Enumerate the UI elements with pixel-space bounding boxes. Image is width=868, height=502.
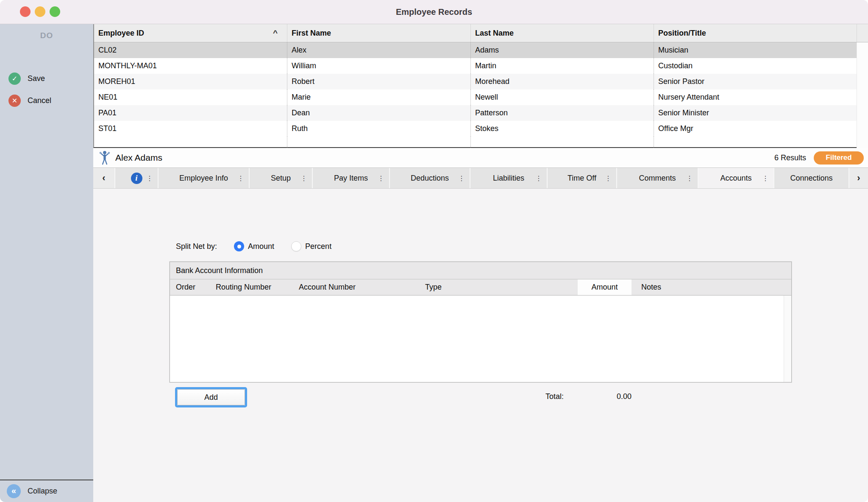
column-header-amount-highlighted[interactable]: Amount (578, 279, 632, 295)
header-scroll-corner (857, 24, 868, 42)
tab-menu-dots-icon[interactable]: ⋮ (605, 174, 612, 182)
sort-ascending-icon: ^ (273, 29, 278, 37)
cancel-x-icon: ✕ (8, 95, 21, 107)
save-button[interactable]: ✓ Save (0, 70, 93, 87)
titlebar: Employee Records (0, 0, 868, 24)
vertical-scrollbar-track[interactable] (857, 42, 868, 58)
tab-employee-info[interactable]: Employee Info ⋮ (159, 168, 249, 188)
tab-setup[interactable]: Setup ⋮ (250, 168, 312, 188)
filtered-badge[interactable]: Filtered (814, 151, 864, 165)
accounts-panel: Split Net by: Amount Percent Bank Accoun… (93, 189, 868, 502)
person-icon (98, 151, 111, 165)
column-header-type[interactable]: Type (425, 279, 578, 295)
info-icon: i (131, 173, 142, 184)
radio-option-percent[interactable]: Percent (291, 241, 331, 251)
column-header-last-name[interactable]: Last Name (471, 24, 654, 42)
column-header-order[interactable]: Order (170, 279, 216, 295)
tab-menu-dots-icon[interactable]: ⋮ (686, 174, 693, 182)
employee-table-header: Employee ID ^ First Name Last Name Posit… (94, 24, 868, 42)
table-row[interactable]: MONTHLY-MA01 William Martin Custodian (94, 58, 868, 74)
tabs-scroll-right-button[interactable]: › (849, 168, 868, 188)
save-check-icon: ✓ (8, 73, 21, 85)
column-header-account-number[interactable]: Account Number (299, 279, 425, 295)
tab-accounts-active[interactable]: Accounts ⋮ (698, 168, 773, 188)
column-header-employee-id[interactable]: Employee ID ^ (94, 24, 287, 42)
radio-option-amount[interactable]: Amount (234, 241, 274, 251)
add-button[interactable]: Add (177, 389, 245, 405)
bank-account-table: Bank Account Information Order Routing N… (170, 262, 792, 382)
bank-table-title: Bank Account Information (170, 262, 791, 279)
tab-menu-dots-icon[interactable]: ⋮ (146, 174, 153, 182)
add-button-focus-ring: Add (175, 387, 247, 407)
tab-menu-dots-icon[interactable]: ⋮ (237, 174, 244, 182)
window-title: Employee Records (0, 0, 868, 24)
tab-info[interactable]: i ⋮ (115, 168, 158, 188)
tab-time-off[interactable]: Time Off ⋮ (548, 168, 616, 188)
sidebar: DO ✓ Save ✕ Cancel (0, 24, 93, 480)
tab-menu-dots-icon[interactable]: ⋮ (458, 174, 465, 182)
collapse-sidebar-button[interactable]: « Collapse (0, 480, 93, 502)
tab-comments[interactable]: Comments ⋮ (617, 168, 698, 188)
split-net-label: Split Net by: (176, 242, 217, 251)
tab-menu-dots-icon[interactable]: ⋮ (300, 174, 307, 182)
total-label: Total: (545, 392, 564, 401)
table-row[interactable]: NE01 Marie Newell Nursery Attendant (94, 89, 868, 105)
table-empty-area (94, 137, 868, 148)
selected-record-bar: Alex Adams 6 Results Filtered (93, 148, 868, 168)
table-row-selected[interactable]: CL02 Alex Adams Musician (94, 42, 868, 58)
sidebar-header: DO (0, 31, 93, 40)
tab-bar: ‹ i ⋮ Employee Info ⋮ Setup ⋮ Pay Items … (93, 168, 868, 189)
tab-menu-dots-icon[interactable]: ⋮ (762, 174, 769, 182)
cancel-label: Cancel (28, 96, 51, 105)
table-row[interactable]: ST01 Ruth Stokes Office Mgr (94, 121, 868, 137)
collapse-chevrons-icon: « (7, 484, 21, 498)
table-row[interactable]: PA01 Dean Patterson Senior Minister (94, 105, 868, 121)
tab-menu-dots-icon[interactable]: ⋮ (378, 174, 384, 182)
radio-unselected-icon[interactable] (291, 241, 301, 251)
bank-table-body-empty (170, 296, 791, 382)
tabs-scroll-left-button[interactable]: ‹ (93, 168, 114, 188)
column-header-notes[interactable]: Notes (632, 279, 791, 295)
collapse-label: Collapse (28, 487, 57, 496)
radio-selected-icon[interactable] (234, 241, 244, 251)
selected-record-name: Alex Adams (115, 153, 162, 163)
results-count: 6 Results (774, 153, 806, 162)
tab-pay-items[interactable]: Pay Items ⋮ (313, 168, 389, 188)
save-label: Save (28, 74, 45, 83)
bank-table-header: Order Routing Number Account Number Type… (170, 279, 791, 296)
tab-deductions[interactable]: Deductions ⋮ (390, 168, 470, 188)
tab-menu-dots-icon[interactable]: ⋮ (535, 174, 542, 182)
vertical-scrollbar-track[interactable] (784, 296, 791, 382)
tab-liabilities[interactable]: Liabilities ⋮ (470, 168, 547, 188)
employee-table: Employee ID ^ First Name Last Name Posit… (93, 24, 868, 148)
column-header-routing-number[interactable]: Routing Number (216, 279, 299, 295)
tab-connections[interactable]: Connections (774, 168, 849, 188)
column-header-first-name[interactable]: First Name (287, 24, 471, 42)
column-header-position-title[interactable]: Position/Title (654, 24, 857, 42)
cancel-button[interactable]: ✕ Cancel (0, 92, 93, 109)
split-net-row: Split Net by: Amount Percent (176, 240, 331, 252)
app-window: Employee Records DO ✓ Save ✕ Cancel « Co… (0, 0, 868, 502)
table-row[interactable]: MOREH01 Robert Morehead Senior Pastor (94, 74, 868, 89)
total-value: 0.00 (617, 392, 632, 401)
